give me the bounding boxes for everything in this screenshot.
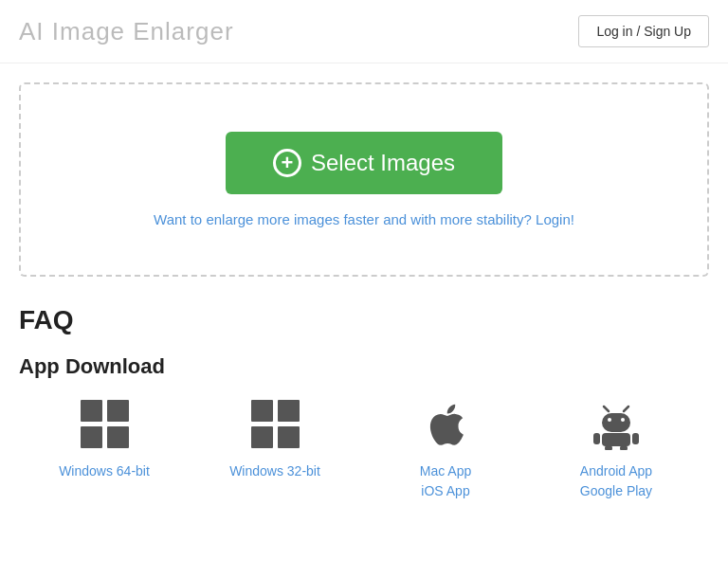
svg-rect-17 [632, 433, 639, 444]
svg-rect-8 [602, 413, 630, 432]
svg-rect-4 [251, 400, 273, 422]
header: AI Image Enlarger Log in / Sign Up [0, 0, 728, 63]
app-windows64[interactable]: Windows 64-bit [19, 398, 190, 481]
app-download-section: App Download Windows 64-bit [19, 354, 709, 501]
svg-rect-6 [251, 426, 273, 448]
android-label: Android AppGoogle Play [580, 461, 652, 501]
svg-rect-15 [620, 445, 628, 450]
app-mac[interactable]: Mac AppiOS App [360, 398, 531, 501]
svg-rect-0 [81, 400, 102, 422]
svg-rect-1 [107, 400, 129, 422]
windows32-icon [249, 398, 301, 454]
plus-circle-icon: + [273, 149, 301, 177]
svg-rect-16 [593, 433, 600, 444]
app-windows32[interactable]: Windows 32-bit [190, 398, 360, 481]
faq-section: FAQ [19, 305, 709, 335]
mac-label: Mac AppiOS App [420, 461, 471, 501]
svg-rect-2 [81, 426, 102, 448]
svg-rect-5 [278, 400, 300, 422]
windows32-label: Windows 32-bit [229, 461, 320, 481]
svg-point-10 [621, 418, 625, 422]
main-content: + Select Images Want to enlarge more ima… [0, 63, 728, 520]
upload-area: + Select Images Want to enlarge more ima… [19, 82, 709, 277]
select-images-button[interactable]: + Select Images [226, 132, 502, 194]
svg-rect-7 [278, 426, 300, 448]
faq-title: FAQ [19, 305, 709, 335]
svg-line-11 [604, 406, 609, 411]
select-images-label: Select Images [311, 150, 455, 176]
svg-rect-13 [602, 433, 630, 446]
android-icon [592, 398, 640, 454]
login-button[interactable]: Log in / Sign Up [578, 15, 709, 47]
apple-icon [422, 398, 469, 454]
svg-point-9 [608, 418, 611, 422]
windows64-label: Windows 64-bit [59, 461, 150, 481]
app-icons-row: Windows 64-bit Windows 32-bit [19, 398, 709, 501]
svg-rect-3 [107, 426, 129, 448]
svg-rect-14 [605, 445, 612, 450]
svg-line-12 [624, 406, 628, 411]
login-prompt-text: Want to enlarge more images faster and w… [154, 211, 574, 227]
app-android[interactable]: Android AppGoogle Play [531, 398, 701, 501]
app-download-title: App Download [19, 354, 709, 379]
app-title: AI Image Enlarger [19, 17, 234, 46]
windows64-icon [79, 398, 131, 454]
